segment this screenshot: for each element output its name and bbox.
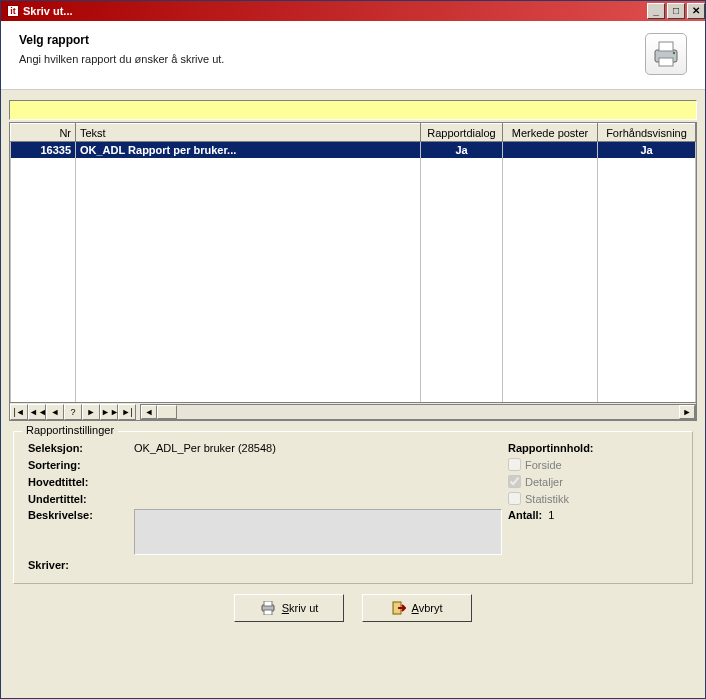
- nav-prev-button[interactable]: ◄: [46, 404, 64, 420]
- table-row-empty: [11, 158, 696, 402]
- table-row[interactable]: 16335 OK_ADL Rapport per bruker... Ja Ja: [11, 142, 696, 158]
- checkbox-forside-input[interactable]: [508, 458, 521, 471]
- label-sortering: Sortering:: [28, 459, 128, 471]
- printer-icon: [645, 33, 687, 75]
- header-subtitle: Angi hvilken rapport du ønsker å skrive …: [19, 53, 645, 65]
- label-hovedtittel: Hovedtittel:: [28, 476, 128, 488]
- col-nr[interactable]: Nr: [11, 124, 76, 142]
- filter-bar[interactable]: [9, 100, 697, 120]
- col-rapportdialog[interactable]: Rapportdialog: [421, 124, 503, 142]
- svg-point-3: [673, 52, 675, 54]
- print-icon: [260, 601, 276, 615]
- label-beskrivelse: Beskrivelse:: [28, 509, 128, 521]
- svg-rect-1: [659, 42, 673, 51]
- grid-navbar: |◄ ◄◄ ◄ ? ► ►► ►| ◄ ►: [10, 402, 696, 420]
- header-panel: Velg rapport Angi hvilken rapport du øns…: [1, 21, 705, 90]
- col-forhand[interactable]: Forhåndsvisning: [598, 124, 696, 142]
- col-merkede[interactable]: Merkede poster: [503, 124, 598, 142]
- maximize-button[interactable]: □: [667, 3, 685, 19]
- titlebar: it Skriv ut... _ □ ✕: [1, 1, 705, 21]
- settings-legend: Rapportinstillinger: [22, 424, 118, 436]
- value-antall: 1: [548, 509, 554, 521]
- value-seleksjon: OK_ADL_Per bruker (28548): [134, 442, 502, 454]
- label-seleksjon: Seleksjon:: [28, 442, 128, 454]
- cell-forhand: Ja: [598, 142, 696, 158]
- checkbox-statistikk-input[interactable]: [508, 492, 521, 505]
- nav-prevpage-button[interactable]: ◄◄: [28, 404, 46, 420]
- svg-rect-6: [264, 610, 272, 615]
- print-button[interactable]: Skriv ut: [234, 594, 344, 622]
- svg-rect-5: [264, 601, 272, 606]
- scroll-left-button[interactable]: ◄: [141, 405, 157, 419]
- label-rapportinnhold: Rapportinnhold:: [508, 442, 678, 454]
- horizontal-scrollbar[interactable]: ◄ ►: [140, 404, 696, 420]
- minimize-button[interactable]: _: [647, 3, 665, 19]
- header-title: Velg rapport: [19, 33, 645, 47]
- cell-merkede: [503, 142, 598, 158]
- cell-nr: 16335: [11, 142, 76, 158]
- window-title: Skriv ut...: [23, 5, 73, 17]
- beskrivelse-textarea[interactable]: [134, 509, 502, 555]
- scroll-thumb[interactable]: [157, 405, 177, 419]
- col-tekst[interactable]: Tekst: [76, 124, 421, 142]
- nav-last-button[interactable]: ►|: [118, 404, 136, 420]
- cell-tekst: OK_ADL Rapport per bruker...: [76, 142, 421, 158]
- dialog-footer: Skriv ut Avbryt: [9, 584, 697, 626]
- nav-help-button[interactable]: ?: [64, 404, 82, 420]
- label-antall: Antall:: [508, 509, 542, 521]
- checkbox-statistikk[interactable]: Statistikk: [508, 492, 678, 505]
- checkbox-detaljer[interactable]: Detaljer: [508, 475, 678, 488]
- svg-rect-2: [659, 58, 673, 66]
- report-settings-group: Rapportinstillinger Seleksjon: OK_ADL_Pe…: [13, 431, 693, 584]
- checkbox-detaljer-input[interactable]: [508, 475, 521, 488]
- label-skriver: Skriver:: [28, 559, 128, 571]
- checkbox-forside[interactable]: Forside: [508, 458, 678, 471]
- nav-next-button[interactable]: ►: [82, 404, 100, 420]
- nav-first-button[interactable]: |◄: [10, 404, 28, 420]
- grid-header-row: Nr Tekst Rapportdialog Merkede poster Fo…: [11, 124, 696, 142]
- nav-nextpage-button[interactable]: ►►: [100, 404, 118, 420]
- cancel-button[interactable]: Avbryt: [362, 594, 472, 622]
- close-button[interactable]: ✕: [687, 3, 705, 19]
- print-dialog-window: it Skriv ut... _ □ ✕ Velg rapport Angi h…: [0, 0, 706, 699]
- app-icon: it: [7, 5, 19, 17]
- label-undertittel: Undertittel:: [28, 493, 128, 505]
- scroll-right-button[interactable]: ►: [679, 405, 695, 419]
- report-grid: Nr Tekst Rapportdialog Merkede poster Fo…: [9, 122, 697, 421]
- cell-rapportdialog: Ja: [421, 142, 503, 158]
- exit-icon: [392, 601, 406, 615]
